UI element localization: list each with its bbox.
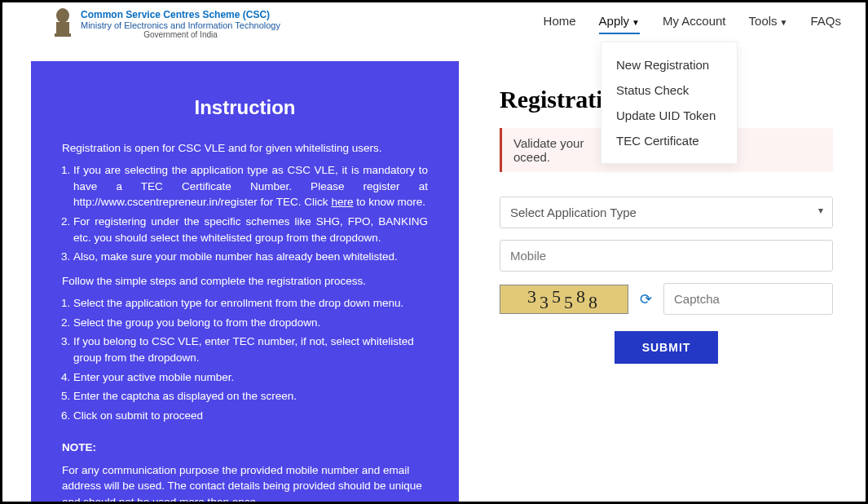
nav-account[interactable]: My Account <box>663 14 726 34</box>
list-item: Enter the captcha as displayed on the sc… <box>73 388 428 405</box>
apply-dropdown: New Registration Status Check Update UID… <box>601 42 738 164</box>
dropdown-tec-certificate[interactable]: TEC Certificate <box>601 128 737 153</box>
svg-point-0 <box>56 8 69 23</box>
here-link[interactable]: here <box>331 196 353 208</box>
nav-home[interactable]: Home <box>544 14 576 34</box>
brand-sub2: Government of India <box>81 30 280 39</box>
mobile-input[interactable] <box>500 240 833 272</box>
captcha-input[interactable] <box>663 283 833 315</box>
dropdown-status-check[interactable]: Status Check <box>601 77 737 103</box>
brand-title: Common Service Centres Scheme (CSC) <box>81 9 280 20</box>
instruction-heading: Instruction <box>62 94 428 122</box>
submit-button[interactable]: SUBMIT <box>615 331 719 364</box>
nav: Home Apply▼ My Account Tools▼ FAQs <box>544 14 841 34</box>
list-item: If you are selecting the application typ… <box>73 162 428 210</box>
note-heading: NOTE: <box>62 440 428 456</box>
application-type-select[interactable]: Select Application Type <box>500 197 833 228</box>
nav-apply[interactable]: Apply▼ <box>599 14 640 34</box>
emblem-icon <box>51 7 74 40</box>
list-item: For registering under the specific schem… <box>73 214 428 245</box>
svg-rect-1 <box>56 22 69 33</box>
note-text: For any communication purpose the provid… <box>62 462 428 504</box>
brand-sub: Ministry of Electronics and Information … <box>81 20 280 30</box>
brand: Common Service Centres Scheme (CSC) Mini… <box>51 7 280 40</box>
chevron-down-icon: ▼ <box>780 18 788 27</box>
instruction-panel: Instruction Registration is open for CSC… <box>31 61 459 504</box>
list-item: Click on submit to proceed <box>73 408 428 424</box>
svg-rect-2 <box>55 33 71 37</box>
list-item: Select the group you belong to from the … <box>73 315 428 331</box>
chevron-down-icon: ▼ <box>632 18 640 27</box>
instruction-intro: Registration is open for CSC VLE and for… <box>62 140 428 157</box>
list-item: Select the application type for enrollme… <box>73 295 428 312</box>
instruction-mid: Follow the simple steps and complete the… <box>62 273 428 290</box>
refresh-icon[interactable]: ⟳ <box>640 290 652 308</box>
dropdown-new-registration[interactable]: New Registration <box>601 52 737 77</box>
header: Common Service Centres Scheme (CSC) Mini… <box>2 2 866 45</box>
nav-faqs[interactable]: FAQs <box>810 14 841 34</box>
list-item: Also, make sure your mobile number has a… <box>73 249 428 265</box>
captcha-image: 335588 <box>500 285 628 314</box>
nav-tools[interactable]: Tools▼ <box>749 14 788 34</box>
list-item: If you belong to CSC VLE, enter TEC numb… <box>73 334 428 365</box>
list-item: Enter your active mobile number. <box>73 369 428 386</box>
dropdown-update-uid[interactable]: Update UID Token <box>601 103 737 128</box>
